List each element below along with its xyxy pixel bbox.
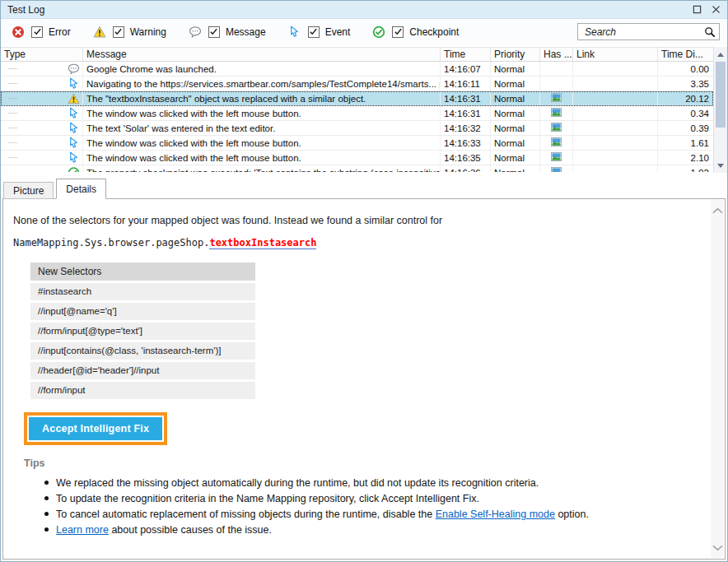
event-icon xyxy=(68,107,80,119)
checkbox[interactable] xyxy=(392,26,404,38)
type-cell xyxy=(1,91,83,105)
tip-item: Learn more about possible causes of the … xyxy=(44,524,692,536)
type-cell xyxy=(1,136,83,150)
mapping-line: NameMapping.Sys.browser.pageShop.textbox… xyxy=(13,237,692,248)
table-row[interactable]: The text 'Solar' was entered in the text… xyxy=(1,121,713,136)
link-cell xyxy=(573,77,658,91)
tip-link[interactable]: Learn more xyxy=(56,524,109,536)
has-picture-cell xyxy=(540,62,573,76)
log-table-scrollbar[interactable] xyxy=(713,47,727,173)
filter-message[interactable]: Message xyxy=(189,26,266,39)
column-header-time-diff[interactable]: Time Di... xyxy=(658,48,713,61)
column-header-priority[interactable]: Priority xyxy=(491,48,540,61)
filter-warning[interactable]: Warning xyxy=(93,26,166,39)
checkpoint-icon xyxy=(372,26,385,39)
column-header-has-picture[interactable]: Has ... xyxy=(540,48,573,61)
details-scrollbar[interactable] xyxy=(711,200,724,558)
selector-row[interactable]: //header[@id='header']//input xyxy=(30,362,255,379)
event-icon xyxy=(288,26,301,39)
titlebar-buttons xyxy=(691,4,721,16)
mapping-path: NameMapping.Sys.browser.pageShop. xyxy=(13,237,209,248)
checkbox[interactable] xyxy=(308,26,320,38)
accept-intelligent-fix-button[interactable]: Accept Intelligent Fix xyxy=(29,417,162,440)
checkpoint-icon xyxy=(68,166,80,172)
log-table-body: Google Chrome was launched. 14:16:07 Nor… xyxy=(1,62,713,172)
priority-cell: Normal xyxy=(491,62,540,76)
selector-row[interactable]: //input[@name='q'] xyxy=(30,303,255,320)
time-diff-cell: 3.35 xyxy=(658,77,713,91)
link-cell xyxy=(573,91,658,105)
event-icon xyxy=(68,122,80,134)
selector-row[interactable]: //form/input xyxy=(30,382,255,399)
filter-error[interactable]: Error xyxy=(12,26,71,39)
checkbox[interactable] xyxy=(113,26,124,38)
table-row[interactable]: The window was clicked with the left mou… xyxy=(1,106,713,121)
tree-connector xyxy=(8,142,17,143)
image-icon xyxy=(551,167,562,172)
column-header-time[interactable]: Time xyxy=(441,48,491,61)
titlebar: Test Log xyxy=(1,1,727,19)
window-title: Test Log xyxy=(7,4,44,16)
scroll-down-icon[interactable] xyxy=(714,159,727,172)
new-selectors-header: New Selectors xyxy=(30,262,255,281)
scrollbar-thumb[interactable] xyxy=(716,62,726,128)
message-cell: The text 'Solar' was entered in the text… xyxy=(83,121,441,135)
message-cell: The window was clicked with the left mou… xyxy=(83,136,441,150)
check-icon xyxy=(33,25,42,39)
chevron-up-icon[interactable] xyxy=(712,207,723,214)
column-header-type[interactable]: Type xyxy=(1,48,83,61)
column-header-message[interactable]: Message xyxy=(83,48,441,61)
close-icon[interactable] xyxy=(710,4,721,16)
restore-icon[interactable] xyxy=(691,4,702,16)
type-cell xyxy=(1,121,83,135)
table-row[interactable]: Google Chrome was launched. 14:16:07 Nor… xyxy=(1,62,713,77)
tip-item: To cancel automatic replacement of missi… xyxy=(44,509,692,520)
priority-cell: Normal xyxy=(491,106,540,120)
time-diff-cell: 0.34 xyxy=(658,106,713,120)
priority-cell: Normal xyxy=(491,136,540,150)
type-cell xyxy=(1,77,83,91)
message-icon xyxy=(68,63,80,75)
table-row[interactable]: The window was clicked with the left mou… xyxy=(1,151,713,165)
bullet-icon xyxy=(44,496,49,500)
image-icon xyxy=(551,93,562,104)
message-cell: The "textboxInstasearch" object was repl… xyxy=(83,91,441,105)
search-input[interactable] xyxy=(583,26,703,39)
check-icon xyxy=(394,25,403,39)
search-icon[interactable] xyxy=(703,26,716,39)
table-row[interactable]: The property checkpoint was executed: 'T… xyxy=(1,165,713,172)
tree-connector xyxy=(8,128,17,128)
tab-picture[interactable]: Picture xyxy=(3,182,54,199)
priority-cell: Normal xyxy=(491,91,540,105)
selector-row[interactable]: #instasearch xyxy=(30,283,255,300)
filter-event[interactable]: Event xyxy=(288,26,351,39)
has-picture-cell xyxy=(540,77,573,91)
table-row[interactable]: The window was clicked with the left mou… xyxy=(1,136,713,151)
time-cell: 14:16:31 xyxy=(441,91,491,105)
message-cell: The window was clicked with the left mou… xyxy=(83,106,441,120)
time-cell: 14:16:11 xyxy=(441,77,491,91)
bullet-icon xyxy=(44,527,49,532)
table-row[interactable]: Navigating to the https://services.smart… xyxy=(1,77,713,91)
selector-row[interactable]: //input[contains(@class, 'instasearch-te… xyxy=(30,342,255,360)
filter-label: Event xyxy=(325,26,351,38)
chevron-down-icon[interactable] xyxy=(712,544,723,551)
scroll-up-icon[interactable] xyxy=(714,48,727,61)
log-table: Type Message Time Priority Has ... Link … xyxy=(1,47,727,173)
time-cell: 14:16:36 xyxy=(441,165,491,172)
checkbox[interactable] xyxy=(31,26,43,38)
checkbox[interactable] xyxy=(208,26,220,38)
selector-row[interactable]: //form/input[@type='text'] xyxy=(30,323,255,340)
check-icon xyxy=(114,25,123,39)
image-icon xyxy=(551,123,562,133)
tip-link[interactable]: Enable Self-Healing mode xyxy=(436,509,555,520)
has-picture-cell xyxy=(540,91,573,105)
time-cell: 14:16:07 xyxy=(441,62,491,76)
column-header-link[interactable]: Link xyxy=(573,48,658,61)
tab-details[interactable]: Details xyxy=(56,179,106,199)
tree-connector xyxy=(8,157,17,158)
filter-checkpoint[interactable]: Checkpoint xyxy=(372,26,459,39)
type-cell xyxy=(1,151,83,165)
table-row[interactable]: The "textboxInstasearch" object was repl… xyxy=(1,91,713,106)
mapped-object-link[interactable]: textboxInstasearch xyxy=(209,237,316,249)
